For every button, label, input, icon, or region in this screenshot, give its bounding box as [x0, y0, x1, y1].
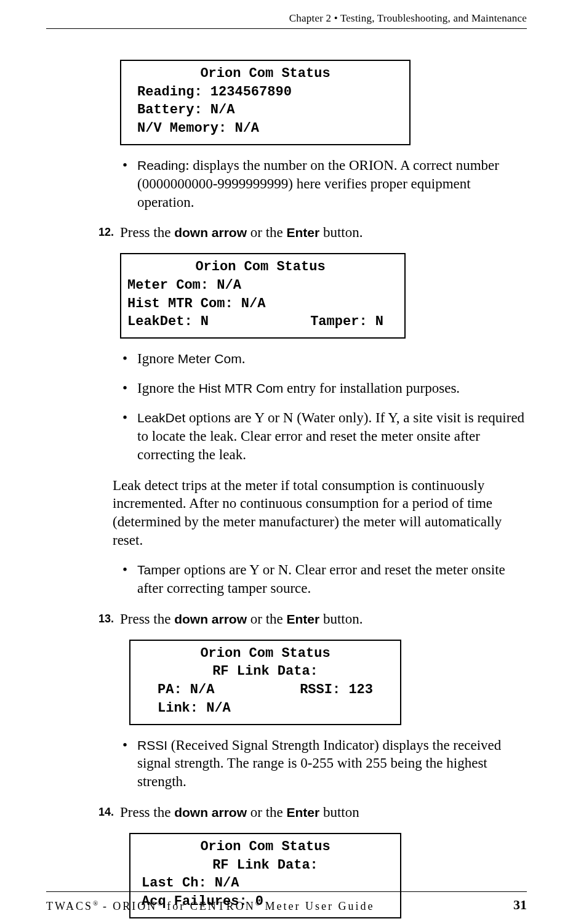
text: button	[319, 805, 359, 820]
screen-title: Orion Com Status	[139, 645, 391, 663]
list-item: Ignore the Hist MTR Com entry for instal…	[120, 379, 527, 398]
document-page: Chapter 2 • Testing, Troubleshooting, an…	[0, 0, 573, 924]
screen-line: N/V Memory: N/A	[130, 119, 401, 138]
screen-line: Hist MTR Com: N/A	[125, 295, 396, 313]
term-tamper: Tamper	[137, 563, 180, 577]
step-13: 13. Press the down arrow or the Enter bu…	[98, 610, 527, 629]
text: Ignore	[137, 351, 178, 366]
step-text: Press the down arrow or the Enter button…	[120, 223, 363, 242]
screen-cell: Tamper: N	[310, 313, 383, 331]
footer-guide-title: TWACS® - ORION® for CENTRON® Meter User …	[46, 899, 375, 913]
list-item: Reading: displays the number on the ORIO…	[120, 156, 527, 212]
screen-subtitle: RF Link Data:	[139, 662, 391, 681]
term-reading: Reading	[137, 158, 185, 172]
text: (Received Signal Strength Indicator) dis…	[137, 737, 501, 790]
list-item: RSSI (Received Signal Strength Indicator…	[120, 736, 527, 792]
page-footer: TWACS® - ORION® for CENTRON® Meter User …	[46, 891, 527, 913]
screen-orion-status-3: Orion Com Status RF Link Data: PA: N/A R…	[129, 640, 401, 725]
body-section: Tamper options are Y or N. Clear error a…	[120, 561, 527, 598]
screen-title: Orion Com Status	[125, 258, 396, 276]
text: options are Y or N. Clear error and rese…	[137, 562, 505, 596]
text: options are Y or N (Water only). If Y, a…	[137, 410, 524, 462]
screen-line: Link: N/A	[139, 699, 391, 718]
step-text: Press the down arrow or the Enter button	[120, 803, 359, 822]
body-section: Ignore Meter Com. Ignore the Hist MTR Co…	[120, 350, 527, 464]
screen-row: LeakDet: N Tamper: N	[125, 313, 396, 331]
leak-note: Leak detect trips at the meter if total …	[113, 476, 527, 550]
text: or the	[247, 225, 287, 240]
text: button.	[319, 611, 363, 627]
screen-line: Meter Com: N/A	[125, 276, 396, 295]
term-meter-com: Meter Com	[178, 352, 242, 366]
step-number: 13.	[98, 610, 120, 629]
key-enter: Enter	[287, 612, 320, 626]
screen-row: PA: N/A RSSI: 123	[139, 681, 391, 699]
step-number: 14.	[98, 803, 120, 822]
text: Press the	[120, 225, 174, 240]
list-item: Tamper options are Y or N. Clear error a…	[120, 561, 527, 598]
term-hist-mtr-com: Hist MTR Com	[199, 381, 284, 395]
key-enter: Enter	[287, 225, 320, 239]
screen-orion-status-2: Orion Com Status Meter Com: N/A Hist MTR…	[120, 253, 406, 339]
list-item: Ignore Meter Com.	[120, 350, 527, 368]
screen-subtitle: RF Link Data:	[139, 856, 391, 875]
text: Press the	[120, 805, 174, 820]
text: entry for installation purposes.	[283, 380, 460, 396]
term-leakdet: LeakDet	[137, 411, 185, 425]
screen-cell: PA: N/A	[158, 681, 214, 699]
term-rssi: RSSI	[137, 738, 167, 752]
screen-title: Orion Com Status	[130, 65, 401, 83]
step-text: Press the down arrow or the Enter button…	[120, 610, 363, 629]
body-section: Reading: displays the number on the ORIO…	[120, 156, 527, 212]
running-header: Chapter 2 • Testing, Troubleshooting, an…	[46, 12, 527, 29]
text: or the	[247, 611, 287, 627]
screen-line: Reading: 1234567890	[130, 83, 401, 102]
page-number: 31	[513, 897, 527, 913]
screen-line: Last Ch: N/A	[139, 874, 391, 893]
key-enter: Enter	[287, 805, 320, 819]
text: : displays the number on the ORION. A co…	[137, 158, 499, 210]
text: Ignore the	[137, 380, 199, 396]
screen-orion-status-1: Orion Com Status Reading: 1234567890 Bat…	[120, 60, 411, 145]
screen-line: Battery: N/A	[130, 101, 401, 119]
step-14: 14. Press the down arrow or the Enter bu…	[98, 803, 527, 822]
screen-cell: LeakDet: N	[127, 313, 209, 331]
text: Press the	[120, 611, 174, 627]
key-down-arrow: down arrow	[174, 805, 247, 819]
key-down-arrow: down arrow	[174, 225, 247, 239]
text: .	[242, 351, 246, 366]
list-item: LeakDet options are Y or N (Water only).…	[120, 409, 527, 464]
text: button.	[319, 225, 363, 240]
body-section: RSSI (Received Signal Strength Indicator…	[120, 736, 527, 792]
step-number: 12.	[98, 223, 120, 242]
screen-cell: RSSI: 123	[300, 681, 373, 699]
screen-title: Orion Com Status	[139, 838, 391, 856]
text: or the	[247, 805, 287, 820]
step-12: 12. Press the down arrow or the Enter bu…	[98, 223, 527, 242]
key-down-arrow: down arrow	[174, 612, 247, 626]
